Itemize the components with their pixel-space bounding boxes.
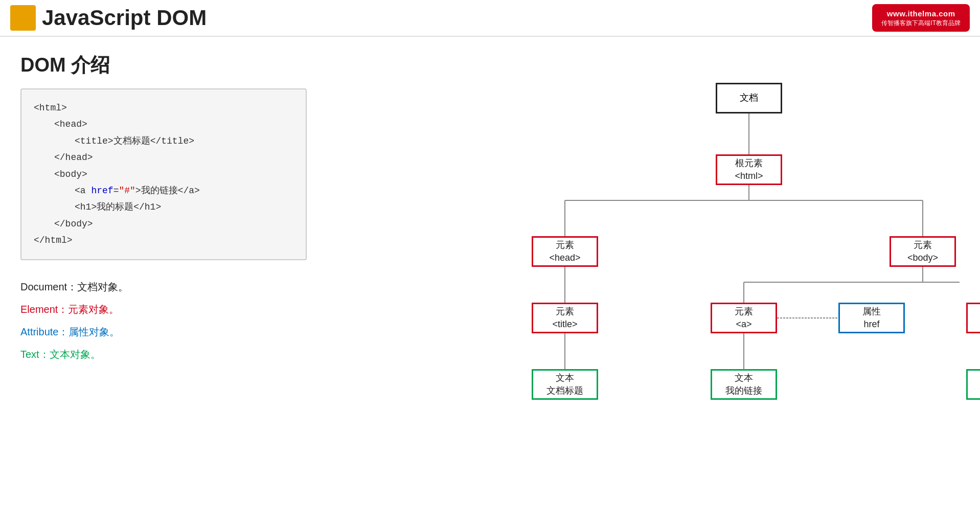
node-head: 元素<head> <box>532 236 598 267</box>
code-line-3: <title>文档标题</title> <box>34 133 293 149</box>
node-text-title: 文本文档标题 <box>532 369 598 400</box>
tree-container: 文档 根元素<html> 元素<head> 元素<body> 元素<title>… <box>327 52 960 410</box>
code-line-7: <h1>我的标题</h1> <box>34 199 293 215</box>
code-line-5: <body> <box>34 166 293 183</box>
legend-text: Text：文本对象。 <box>20 343 307 366</box>
section-title: DOM 介绍 <box>20 52 307 78</box>
node-href: 属性href <box>838 303 905 333</box>
node-title: 元素<title> <box>532 303 598 333</box>
brand-badge: www.ithelma.com 传智播客旗下高端IT教育品牌 <box>872 4 970 32</box>
code-line-2: <head> <box>34 116 293 132</box>
js-icon <box>10 5 36 31</box>
code-line-4: </head> <box>34 149 293 166</box>
code-line-8: </body> <box>34 216 293 232</box>
title-text: JavaScript DOM <box>42 6 207 30</box>
legend-attribute: Attribute：属性对象。 <box>20 321 307 343</box>
node-a: 元素<a> <box>711 303 777 333</box>
left-panel: DOM 介绍 <html> <head> <title>文档标题</title>… <box>20 52 307 410</box>
node-text-h1: 文本我的标题 <box>966 369 980 400</box>
brand-url: www.ithelma.com <box>881 8 961 19</box>
node-text-a: 文本我的链接 <box>711 369 777 400</box>
code-line-9: </html> <box>34 232 293 248</box>
code-box: <html> <head> <title>文档标题</title> </head… <box>20 88 307 260</box>
legend-doc: Document：文档对象。 <box>20 276 307 298</box>
node-h1: 元素<h1> <box>966 303 980 333</box>
node-html: 根元素<html> <box>716 154 782 185</box>
main-content: DOM 介绍 <html> <head> <title>文档标题</title>… <box>0 37 980 425</box>
legend-element: Element：元素对象。 <box>20 298 307 321</box>
code-line-6: <a href="#">我的链接</a> <box>34 183 293 199</box>
brand-sub: 传智播客旗下高端IT教育品牌 <box>881 19 961 28</box>
legend: Document：文档对象。 Element：元素对象。 Attribute：属… <box>20 276 307 366</box>
page-title: JavaScript DOM <box>10 5 207 31</box>
tree-svg <box>327 52 960 410</box>
right-panel: 文档 根元素<html> 元素<head> 元素<body> 元素<title>… <box>327 52 960 410</box>
node-doc: 文档 <box>716 83 782 113</box>
header: JavaScript DOM www.ithelma.com 传智播客旗下高端I… <box>0 0 980 37</box>
code-line-1: <html> <box>34 100 293 116</box>
node-body: 元素<body> <box>890 236 956 267</box>
